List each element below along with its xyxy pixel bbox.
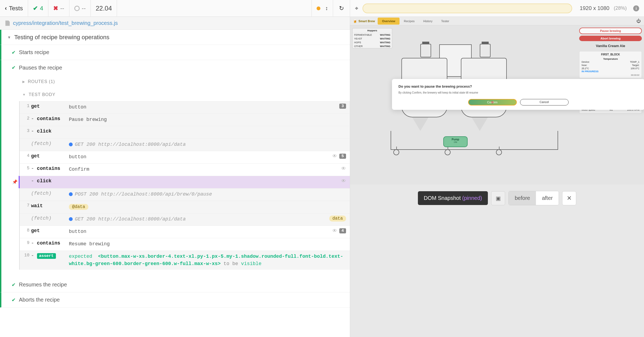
cmd-contains[interactable]: 9 contains Resume brewing bbox=[20, 238, 350, 250]
snapshot-after[interactable]: after bbox=[536, 191, 559, 205]
back-to-tests[interactable]: ‹ Tests bbox=[0, 0, 28, 16]
status-dot-icon bbox=[317, 6, 320, 10]
suite-header[interactable]: ▼ Testing of recipe brewing operations bbox=[0, 30, 350, 45]
viewport-scale: (28%) bbox=[614, 5, 627, 11]
reporter-header: ‹ Tests ✔ 4 ✖ -- -- 22.04 ↕ bbox=[0, 0, 350, 17]
app-preview-panel: ⌖ 1920 x 1080 (28%) i 🍺Smart Brew Overvi… bbox=[350, 0, 644, 337]
element-count-badge: 3 bbox=[339, 104, 346, 109]
eye-off-icon: 👁 bbox=[332, 228, 337, 234]
caret-down-icon: ▼ bbox=[7, 35, 11, 39]
reporter-panel: ‹ Tests ✔ 4 ✖ -- -- 22.04 ↕ bbox=[0, 0, 350, 337]
header-right: ↕ bbox=[312, 0, 333, 16]
xhr-dot-icon bbox=[69, 192, 73, 196]
confirm-modal: Do you want to pause the brewing process… bbox=[392, 79, 644, 110]
reload-button[interactable]: ↻ bbox=[333, 5, 350, 12]
cmd-fetch[interactable]: . (fetch) GET 200 http://localhost:8000/… bbox=[20, 213, 350, 226]
cmd-click-pinned[interactable]: 📌 . click 👁 bbox=[19, 176, 350, 188]
xhr-dot-icon bbox=[69, 143, 73, 146]
eye-off-icon: 👁 bbox=[341, 166, 346, 171]
body-label: TEST BODY bbox=[29, 92, 55, 97]
commands: 1 get button 3 2 contains Pause brewing … bbox=[19, 101, 350, 270]
pending-count: -- bbox=[69, 0, 91, 16]
passed-count: ✔ 4 bbox=[28, 0, 48, 16]
check-icon: ✔ bbox=[12, 65, 16, 71]
snapshot-before[interactable]: before bbox=[509, 191, 536, 205]
routes-section[interactable]: ▶ ROUTES (1) bbox=[14, 75, 350, 88]
test-starts-recipe[interactable]: ✔ Starts recipe bbox=[0, 45, 350, 60]
spec-path: cypress/integration/test_brewing_process… bbox=[13, 20, 118, 26]
alias-badge: @data bbox=[69, 204, 88, 210]
caret-down-icon: ▼ bbox=[22, 93, 26, 97]
failed-count: ✖ -- bbox=[48, 0, 69, 16]
updown-icon[interactable]: ↕ bbox=[325, 5, 328, 11]
routes-label: ROUTES (1) bbox=[28, 79, 55, 84]
check-icon: ✔ bbox=[12, 49, 16, 55]
duration-value: 22.04 bbox=[96, 5, 112, 12]
cmd-get[interactable]: 8 get button 👁4 bbox=[20, 226, 350, 238]
cmd-get[interactable]: 1 get button 3 bbox=[20, 101, 350, 114]
test-pauses-recipe[interactable]: ✔ Pauses the recipe bbox=[0, 60, 350, 75]
pending-value: -- bbox=[82, 5, 86, 12]
eye-off-icon: 👁 bbox=[332, 153, 337, 159]
cmd-click[interactable]: 3 click bbox=[20, 126, 350, 138]
click-target-icon bbox=[491, 101, 494, 103]
test-resumes-recipe[interactable]: ✔ Resumes the recipe bbox=[0, 277, 350, 292]
snapshot-controls: DOM Snapshot (pinned) ▣ before after ✕ bbox=[350, 184, 644, 212]
caret-right-icon: ▶ bbox=[22, 80, 25, 84]
element-count-badge: 4 bbox=[339, 228, 346, 233]
duration: 22.04 bbox=[91, 0, 117, 16]
highlight-toggle[interactable]: ▣ bbox=[491, 191, 505, 205]
test-aborts-recipe[interactable]: ✔ Aborts the recipe bbox=[0, 292, 350, 308]
circle-icon bbox=[74, 6, 80, 11]
chevron-left-icon: ‹ bbox=[5, 5, 7, 12]
preview-header: ⌖ 1920 x 1080 (28%) i bbox=[350, 0, 644, 17]
modal-confirm-button[interactable]: Confirm bbox=[468, 99, 517, 105]
test-title: Resumes the recipe bbox=[19, 282, 67, 288]
info-icon[interactable]: i bbox=[633, 5, 639, 11]
snapshot-label: DOM Snapshot (pinned) bbox=[418, 191, 488, 205]
check-icon: ✔ bbox=[12, 297, 16, 303]
alias-badge: data bbox=[329, 216, 346, 222]
cmd-get[interactable]: 4 get button 👁5 bbox=[20, 151, 350, 163]
snapshot-close[interactable]: ✕ bbox=[562, 191, 576, 205]
cmd-assert[interactable]: 10 assert expected <button.max-w-xs.bord… bbox=[20, 250, 350, 270]
xhr-dot-icon bbox=[69, 217, 73, 221]
cmd-contains[interactable]: 5 contains Confirm 👁 bbox=[20, 163, 350, 176]
snapshot-toggle: before after bbox=[508, 191, 559, 205]
x-icon: ✖ bbox=[53, 5, 58, 12]
modal-cancel-button[interactable]: Cancel bbox=[520, 99, 569, 105]
selector-playground-icon[interactable]: ⌖ bbox=[355, 5, 358, 12]
file-icon bbox=[5, 21, 10, 26]
modal-title: Do you want to pause the brewing process… bbox=[398, 84, 638, 88]
back-label: Tests bbox=[9, 5, 23, 12]
check-icon: ✔ bbox=[12, 282, 16, 288]
command-log: ▶ ROUTES (1) ▼ TEST BODY 1 get button 3 … bbox=[0, 75, 350, 270]
pin-icon: 📌 bbox=[12, 179, 18, 185]
url-input[interactable] bbox=[363, 4, 572, 13]
cmd-fetch[interactable]: . (fetch) GET 200 http://localhost:8000/… bbox=[20, 138, 350, 151]
failed-value: -- bbox=[60, 5, 64, 12]
eye-off-icon: 👁 bbox=[341, 178, 346, 184]
test-title: Pauses the recipe bbox=[19, 65, 62, 71]
test-title: Starts recipe bbox=[19, 49, 49, 55]
modal-body: By clicking Confirm, the brewery will ke… bbox=[398, 91, 638, 94]
test-body-section[interactable]: ▼ TEST BODY bbox=[14, 88, 350, 101]
viewport-size: 1920 x 1080 bbox=[580, 5, 609, 11]
cmd-fetch[interactable]: . (fetch) POST 200 http://localhost:8000… bbox=[20, 188, 350, 201]
cmd-contains[interactable]: 2 contains Pause brewing bbox=[20, 114, 350, 126]
check-icon: ✔ bbox=[33, 5, 38, 12]
assert-badge: assert bbox=[37, 253, 56, 259]
cmd-wait[interactable]: 7 wait @data bbox=[20, 201, 350, 213]
app-iframe: 🍺Smart Brew Overview Recipes History Tes… bbox=[350, 17, 644, 184]
passed-value: 4 bbox=[40, 5, 43, 12]
element-count-badge: 5 bbox=[339, 154, 346, 159]
spec-file-row[interactable]: cypress/integration/test_brewing_process… bbox=[0, 17, 350, 30]
test-title: Aborts the recipe bbox=[19, 297, 60, 303]
suite-title: Testing of recipe brewing operations bbox=[14, 34, 109, 41]
